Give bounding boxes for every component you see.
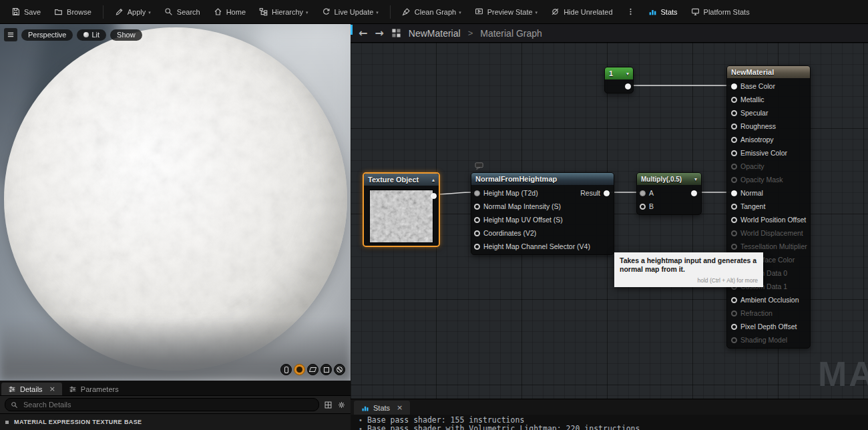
search-input[interactable] <box>22 400 313 409</box>
nfh-pin-height-map-uv-offset-s[interactable]: Height Map UV Offset (S) <box>471 213 614 226</box>
material-pin-base-color[interactable]: Base Color <box>727 79 810 93</box>
pin-icon[interactable] <box>474 190 480 196</box>
pin-icon[interactable] <box>640 190 646 196</box>
material-pin-opacity[interactable]: Opacity <box>727 160 810 173</box>
toolbar-live-update-button[interactable]: Live Update▾ <box>316 4 385 19</box>
constant-output-pin[interactable] <box>625 83 631 89</box>
toolbar-hide-unrelated-button[interactable]: Hide Unrelated <box>545 4 618 19</box>
tab-stats[interactable]: Stats × <box>354 401 410 415</box>
pin-icon[interactable] <box>731 110 737 116</box>
node-constant[interactable]: 1 ▾ <box>604 67 634 93</box>
multiply-pin-a[interactable]: A <box>637 186 701 200</box>
preview-plane-button[interactable] <box>307 364 318 375</box>
collapse-up-icon[interactable]: ▴ <box>432 177 435 183</box>
details-section-header[interactable]: MATERIAL EXPRESSION TEXTURE BASE <box>0 413 351 430</box>
material-pin-normal[interactable]: Normal <box>727 186 810 200</box>
toolbar-kebab-menu-icon-button[interactable] <box>620 4 641 19</box>
preview-cube-button[interactable] <box>320 364 332 375</box>
pin-icon[interactable] <box>731 137 737 143</box>
pin-icon[interactable] <box>640 204 646 210</box>
gear-icon[interactable] <box>337 401 346 409</box>
stats-panel-content[interactable]: •Base pass shader: 155 instructions•Base… <box>351 415 868 430</box>
nfh-node-header[interactable]: NormalFromHeightmap <box>471 173 614 185</box>
pin-icon[interactable] <box>731 97 737 103</box>
pin-icon[interactable] <box>731 230 737 236</box>
preview-mesh-button[interactable] <box>334 364 345 375</box>
nfh-pin-coordinates-v2[interactable]: Coordinates (V2) <box>471 226 614 240</box>
close-icon[interactable]: × <box>49 385 55 393</box>
tab-details[interactable]: Details × <box>1 383 62 395</box>
pin-icon[interactable] <box>731 83 737 89</box>
pin-icon[interactable] <box>731 177 737 183</box>
texture-output-pin[interactable] <box>431 193 437 199</box>
material-node-header[interactable]: NewMaterial <box>727 66 810 78</box>
node-multiply[interactable]: Multiply(,0.5) ▾ A B <box>636 172 702 215</box>
multiply-node-header[interactable]: Multiply(,0.5) ▾ <box>637 173 701 185</box>
material-pin-tangent[interactable]: Tangent <box>727 200 810 213</box>
material-pin-refraction[interactable]: Refraction <box>727 306 810 320</box>
material-pin-world-displacement[interactable]: World Displacement <box>727 226 810 240</box>
pin-icon[interactable] <box>474 204 480 210</box>
texture-object-header[interactable]: Texture Object ▴ <box>364 174 439 186</box>
pin-icon[interactable] <box>731 337 737 343</box>
pin-icon[interactable] <box>731 164 737 170</box>
breadcrumb-material-name[interactable]: NewMaterial <box>409 28 461 39</box>
material-pin-shading-model[interactable]: Shading Model <box>727 333 810 347</box>
toolbar-stats-button[interactable]: Stats <box>642 4 684 19</box>
preview-viewport[interactable]: Perspective Lit Show <box>0 24 351 381</box>
toolbar-save-button[interactable]: Save <box>5 4 47 19</box>
toolbar-platform-stats-button[interactable]: Platform Stats <box>685 4 756 19</box>
graph-canvas[interactable]: MA 1 ▾ Texture Object ▴ <box>351 43 868 399</box>
material-pin-tessellation-multiplier[interactable]: Tessellation Multiplier <box>727 240 810 253</box>
toolbar-apply-button[interactable]: Apply▾ <box>109 4 157 19</box>
search-input-wrap[interactable] <box>5 398 319 411</box>
material-pin-anisotropy[interactable]: Anisotropy <box>727 133 810 146</box>
show-button[interactable]: Show <box>110 29 142 41</box>
node-texture-object[interactable]: Texture Object ▴ <box>363 172 440 247</box>
material-pin-roughness[interactable]: Roughness <box>727 120 810 133</box>
pin-icon[interactable] <box>731 310 737 316</box>
pin-icon[interactable] <box>731 150 737 156</box>
chevron-down-icon[interactable]: ▾ <box>626 71 629 77</box>
multiply-output-pin[interactable] <box>691 190 697 196</box>
toolbar-clean-graph-button[interactable]: Clean Graph▾ <box>396 4 467 19</box>
multiply-pin-b[interactable]: B <box>637 200 701 213</box>
chevron-down-icon[interactable]: ▾ <box>694 176 697 182</box>
constant-node-header[interactable]: 1 ▾ <box>605 67 633 79</box>
nfh-result-output[interactable]: Result <box>580 189 610 197</box>
toolbar-browse-button[interactable]: Browse <box>48 4 97 19</box>
breadcrumb-graph-name[interactable]: Material Graph <box>480 28 542 39</box>
material-pin-metallic[interactable]: Metallic <box>727 93 810 106</box>
close-icon[interactable]: × <box>397 403 403 412</box>
toolbar-preview-state-button[interactable]: Preview State▾ <box>469 4 544 19</box>
material-pin-opacity-mask[interactable]: Opacity Mask <box>727 173 810 186</box>
preview-cylinder-button[interactable] <box>280 364 292 375</box>
pin-icon[interactable] <box>604 190 610 196</box>
lit-mode-button[interactable]: Lit <box>77 29 106 41</box>
pin-icon[interactable] <box>474 217 480 223</box>
viewport-menu-button[interactable] <box>4 28 17 41</box>
material-pin-world-position-offset[interactable]: World Position Offset <box>727 213 810 226</box>
material-pin-specular[interactable]: Specular <box>727 106 810 120</box>
back-icon[interactable]: ← <box>359 28 367 39</box>
pin-icon[interactable] <box>731 244 737 250</box>
nfh-pin-height-map-t2d[interactable]: Height Map (T2d)Result <box>471 186 614 200</box>
toolbar-search-button[interactable]: Search <box>158 4 206 19</box>
pin-icon[interactable] <box>731 190 737 196</box>
pin-icon[interactable] <box>474 230 480 236</box>
pin-icon[interactable] <box>731 217 737 223</box>
pin-icon[interactable] <box>731 324 737 330</box>
material-pin-pixel-depth-offset[interactable]: Pixel Depth Offset <box>727 320 810 333</box>
tab-parameters[interactable]: Parameters <box>62 383 126 395</box>
preview-sphere-button[interactable] <box>294 364 305 375</box>
comment-bubble-icon[interactable] <box>475 161 484 173</box>
forward-icon[interactable]: → <box>375 28 383 39</box>
node-new-material[interactable]: NewMaterial Base ColorMetallicSpecularRo… <box>726 65 811 349</box>
pin-icon[interactable] <box>731 297 737 303</box>
perspective-button[interactable]: Perspective <box>21 29 73 41</box>
toolbar-home-button[interactable]: Home <box>208 4 252 19</box>
pin-icon[interactable] <box>731 204 737 210</box>
view-options-icon[interactable] <box>324 401 333 409</box>
nfh-pin-normal-map-intensity-s[interactable]: Normal Map Intensity (S) <box>471 200 614 213</box>
material-pin-emissive-color[interactable]: Emissive Color <box>727 146 810 160</box>
